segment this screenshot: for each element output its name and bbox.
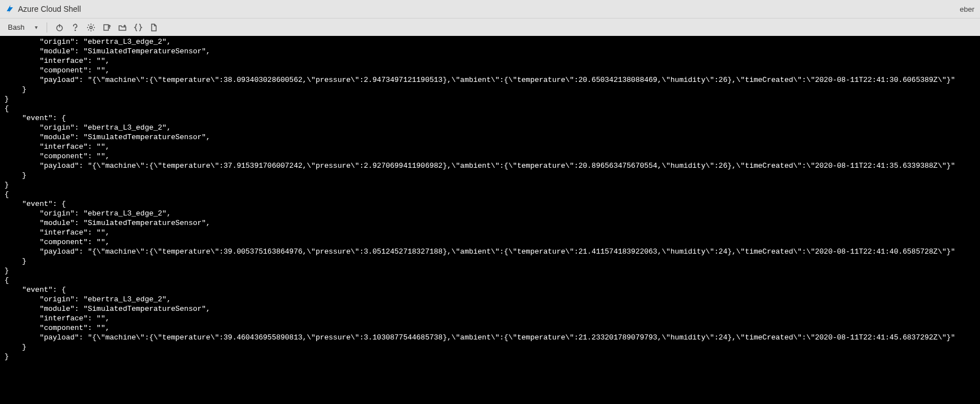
shell-selector-label: Bash [8,23,25,31]
svg-rect-4 [104,25,108,30]
new-file-icon[interactable] [147,21,161,34]
svg-point-2 [75,30,75,30]
azure-logo-icon [4,4,15,14]
user-label: eber [960,5,976,13]
new-folder-icon[interactable] [116,21,129,34]
toolbar-divider [47,22,47,33]
toolbar: Bash ▾ [0,18,980,36]
app-title: Azure Cloud Shell [18,4,81,13]
upload-icon[interactable] [100,21,113,34]
svg-point-3 [89,26,92,28]
title-bar: Azure Cloud Shell eber [0,0,980,18]
braces-icon[interactable] [131,21,145,34]
power-icon[interactable] [53,21,66,34]
chevron-down-icon: ▾ [35,24,38,30]
settings-icon[interactable] [84,21,98,34]
shell-selector[interactable]: Bash ▾ [4,21,41,34]
terminal-output[interactable]: "origin": "ebertra_L3_edge_2", "module":… [0,36,980,404]
help-icon[interactable] [69,21,82,34]
